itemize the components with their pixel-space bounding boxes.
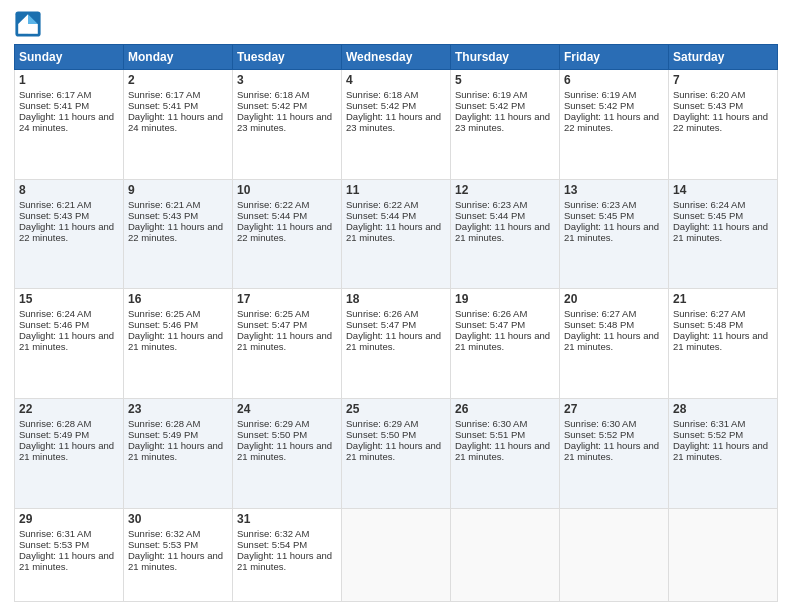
sunset-text: Sunset: 5:52 PM: [564, 429, 634, 440]
calendar-cell: 31Sunrise: 6:32 AMSunset: 5:54 PMDayligh…: [233, 508, 342, 601]
calendar-week-5: 29Sunrise: 6:31 AMSunset: 5:53 PMDayligh…: [15, 508, 778, 601]
col-header-monday: Monday: [124, 45, 233, 70]
day-number: 25: [346, 402, 446, 416]
sunrise-text: Sunrise: 6:21 AM: [19, 199, 91, 210]
page: SundayMondayTuesdayWednesdayThursdayFrid…: [0, 0, 792, 612]
day-number: 8: [19, 183, 119, 197]
sunset-text: Sunset: 5:44 PM: [346, 210, 416, 221]
sunrise-text: Sunrise: 6:31 AM: [673, 418, 745, 429]
day-number: 13: [564, 183, 664, 197]
day-number: 26: [455, 402, 555, 416]
sunset-text: Sunset: 5:51 PM: [455, 429, 525, 440]
calendar-cell: 13Sunrise: 6:23 AMSunset: 5:45 PMDayligh…: [560, 179, 669, 289]
sunset-text: Sunset: 5:44 PM: [237, 210, 307, 221]
calendar-week-2: 8Sunrise: 6:21 AMSunset: 5:43 PMDaylight…: [15, 179, 778, 289]
calendar-cell: 11Sunrise: 6:22 AMSunset: 5:44 PMDayligh…: [342, 179, 451, 289]
calendar-cell: 2Sunrise: 6:17 AMSunset: 5:41 PMDaylight…: [124, 70, 233, 180]
calendar-cell: 17Sunrise: 6:25 AMSunset: 5:47 PMDayligh…: [233, 289, 342, 399]
calendar-cell: [669, 508, 778, 601]
day-number: 11: [346, 183, 446, 197]
sunset-text: Sunset: 5:43 PM: [128, 210, 198, 221]
daylight-text: Daylight: 11 hours and 21 minutes.: [128, 330, 223, 352]
sunrise-text: Sunrise: 6:17 AM: [19, 89, 91, 100]
calendar-cell: 30Sunrise: 6:32 AMSunset: 5:53 PMDayligh…: [124, 508, 233, 601]
daylight-text: Daylight: 11 hours and 23 minutes.: [455, 111, 550, 133]
daylight-text: Daylight: 11 hours and 21 minutes.: [19, 440, 114, 462]
calendar-cell: 23Sunrise: 6:28 AMSunset: 5:49 PMDayligh…: [124, 399, 233, 509]
sunrise-text: Sunrise: 6:23 AM: [455, 199, 527, 210]
daylight-text: Daylight: 11 hours and 21 minutes.: [346, 221, 441, 243]
daylight-text: Daylight: 11 hours and 21 minutes.: [673, 440, 768, 462]
col-header-friday: Friday: [560, 45, 669, 70]
daylight-text: Daylight: 11 hours and 24 minutes.: [128, 111, 223, 133]
daylight-text: Daylight: 11 hours and 22 minutes.: [19, 221, 114, 243]
calendar-cell: 10Sunrise: 6:22 AMSunset: 5:44 PMDayligh…: [233, 179, 342, 289]
calendar-cell: 3Sunrise: 6:18 AMSunset: 5:42 PMDaylight…: [233, 70, 342, 180]
sunrise-text: Sunrise: 6:27 AM: [564, 308, 636, 319]
logo: [14, 10, 44, 38]
sunset-text: Sunset: 5:44 PM: [455, 210, 525, 221]
sunset-text: Sunset: 5:50 PM: [346, 429, 416, 440]
sunrise-text: Sunrise: 6:24 AM: [673, 199, 745, 210]
sunrise-text: Sunrise: 6:17 AM: [128, 89, 200, 100]
sunset-text: Sunset: 5:53 PM: [128, 539, 198, 550]
calendar-table: SundayMondayTuesdayWednesdayThursdayFrid…: [14, 44, 778, 602]
daylight-text: Daylight: 11 hours and 21 minutes.: [564, 330, 659, 352]
day-number: 21: [673, 292, 773, 306]
sunrise-text: Sunrise: 6:31 AM: [19, 528, 91, 539]
calendar-cell: 14Sunrise: 6:24 AMSunset: 5:45 PMDayligh…: [669, 179, 778, 289]
sunset-text: Sunset: 5:41 PM: [128, 100, 198, 111]
sunset-text: Sunset: 5:43 PM: [19, 210, 89, 221]
daylight-text: Daylight: 11 hours and 21 minutes.: [128, 550, 223, 572]
calendar-cell: 19Sunrise: 6:26 AMSunset: 5:47 PMDayligh…: [451, 289, 560, 399]
sunset-text: Sunset: 5:46 PM: [128, 319, 198, 330]
sunrise-text: Sunrise: 6:28 AM: [128, 418, 200, 429]
daylight-text: Daylight: 11 hours and 23 minutes.: [346, 111, 441, 133]
header: [14, 10, 778, 38]
calendar-header-row: SundayMondayTuesdayWednesdayThursdayFrid…: [15, 45, 778, 70]
sunset-text: Sunset: 5:47 PM: [346, 319, 416, 330]
sunset-text: Sunset: 5:47 PM: [455, 319, 525, 330]
sunrise-text: Sunrise: 6:30 AM: [564, 418, 636, 429]
calendar-cell: 27Sunrise: 6:30 AMSunset: 5:52 PMDayligh…: [560, 399, 669, 509]
daylight-text: Daylight: 11 hours and 21 minutes.: [564, 440, 659, 462]
day-number: 29: [19, 512, 119, 526]
day-number: 20: [564, 292, 664, 306]
day-number: 16: [128, 292, 228, 306]
calendar-week-1: 1Sunrise: 6:17 AMSunset: 5:41 PMDaylight…: [15, 70, 778, 180]
daylight-text: Daylight: 11 hours and 21 minutes.: [455, 440, 550, 462]
sunrise-text: Sunrise: 6:18 AM: [237, 89, 309, 100]
sunset-text: Sunset: 5:43 PM: [673, 100, 743, 111]
daylight-text: Daylight: 11 hours and 21 minutes.: [346, 440, 441, 462]
calendar-cell: 12Sunrise: 6:23 AMSunset: 5:44 PMDayligh…: [451, 179, 560, 289]
daylight-text: Daylight: 11 hours and 24 minutes.: [19, 111, 114, 133]
daylight-text: Daylight: 11 hours and 21 minutes.: [19, 550, 114, 572]
daylight-text: Daylight: 11 hours and 21 minutes.: [455, 330, 550, 352]
sunrise-text: Sunrise: 6:24 AM: [19, 308, 91, 319]
daylight-text: Daylight: 11 hours and 21 minutes.: [455, 221, 550, 243]
day-number: 28: [673, 402, 773, 416]
daylight-text: Daylight: 11 hours and 21 minutes.: [19, 330, 114, 352]
day-number: 15: [19, 292, 119, 306]
sunset-text: Sunset: 5:47 PM: [237, 319, 307, 330]
sunrise-text: Sunrise: 6:21 AM: [128, 199, 200, 210]
sunset-text: Sunset: 5:41 PM: [19, 100, 89, 111]
sunrise-text: Sunrise: 6:26 AM: [455, 308, 527, 319]
calendar-cell: 1Sunrise: 6:17 AMSunset: 5:41 PMDaylight…: [15, 70, 124, 180]
sunrise-text: Sunrise: 6:29 AM: [237, 418, 309, 429]
daylight-text: Daylight: 11 hours and 21 minutes.: [673, 330, 768, 352]
calendar-cell: 24Sunrise: 6:29 AMSunset: 5:50 PMDayligh…: [233, 399, 342, 509]
day-number: 17: [237, 292, 337, 306]
daylight-text: Daylight: 11 hours and 21 minutes.: [673, 221, 768, 243]
calendar-cell: 9Sunrise: 6:21 AMSunset: 5:43 PMDaylight…: [124, 179, 233, 289]
calendar-cell: 15Sunrise: 6:24 AMSunset: 5:46 PMDayligh…: [15, 289, 124, 399]
sunset-text: Sunset: 5:48 PM: [673, 319, 743, 330]
calendar-cell: 6Sunrise: 6:19 AMSunset: 5:42 PMDaylight…: [560, 70, 669, 180]
day-number: 19: [455, 292, 555, 306]
daylight-text: Daylight: 11 hours and 22 minutes.: [673, 111, 768, 133]
daylight-text: Daylight: 11 hours and 22 minutes.: [237, 221, 332, 243]
day-number: 2: [128, 73, 228, 87]
day-number: 18: [346, 292, 446, 306]
sunrise-text: Sunrise: 6:18 AM: [346, 89, 418, 100]
calendar-cell: 29Sunrise: 6:31 AMSunset: 5:53 PMDayligh…: [15, 508, 124, 601]
